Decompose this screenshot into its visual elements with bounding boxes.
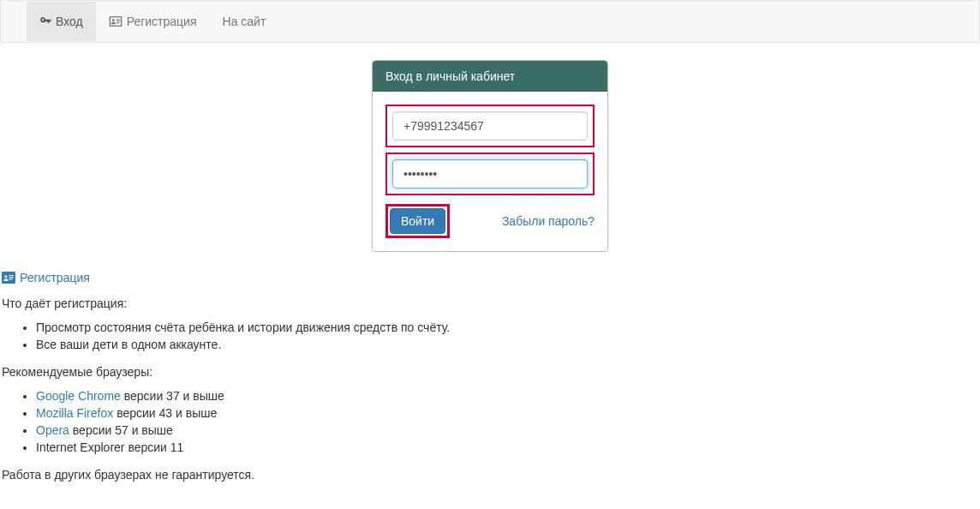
password-highlight	[385, 153, 595, 195]
panel-title: Вход в личный кабинет	[373, 61, 607, 92]
id-card-icon	[109, 15, 122, 27]
nav-login-label: Вход	[56, 15, 83, 28]
svg-rect-4	[116, 21, 120, 21]
list-item: Все ваши дети в одном аккаунте.	[36, 336, 978, 353]
browser-suffix: Internet Explorer версии 11	[36, 440, 183, 454]
navbar: Вход Регистрация На сайт	[0, 0, 980, 43]
benefits-list: Просмотр состояния счёта ребёнка и истор…	[2, 319, 978, 353]
nav-register-label: Регистрация	[127, 15, 197, 28]
browser-suffix: версии 37 и выше	[121, 389, 224, 403]
forgot-password-link[interactable]: Забыли пароль?	[502, 214, 595, 228]
list-item: Просмотр состояния счёта ребёнка и истор…	[36, 319, 978, 336]
svg-rect-10	[9, 278, 13, 279]
browsers-list: Google Chrome версии 37 и выше Mozilla F…	[2, 387, 978, 456]
browsers-title: Рекомендуемые браузеры:	[2, 365, 978, 379]
browser-link[interactable]: Google Chrome	[36, 389, 121, 403]
submit-highlight: Войти	[385, 204, 450, 238]
phone-input[interactable]	[392, 111, 588, 141]
list-item: Internet Explorer версии 11	[36, 439, 978, 456]
svg-rect-5	[116, 22, 118, 23]
svg-rect-3	[116, 19, 120, 20]
register-link[interactable]: Регистрация	[2, 271, 90, 284]
svg-rect-8	[9, 275, 14, 276]
login-panel: Вход в личный кабинет Войти Забыли парол…	[372, 60, 608, 252]
id-card-icon	[2, 272, 15, 284]
benefits-title: Что даёт регистрация:	[2, 296, 978, 310]
svg-rect-9	[9, 277, 14, 278]
nav-login[interactable]: Вход	[27, 2, 96, 41]
disclaimer: Работа в других браузерах не гарантирует…	[2, 468, 978, 482]
submit-button[interactable]: Войти	[390, 208, 445, 234]
phone-highlight	[385, 105, 595, 147]
svg-point-7	[4, 275, 7, 278]
browser-link[interactable]: Mozilla Firefox	[36, 406, 113, 420]
key-icon	[39, 15, 51, 27]
browser-suffix: версии 57 и выше	[69, 423, 173, 437]
list-item: Mozilla Firefox версии 43 и выше	[36, 404, 978, 422]
list-item: Opera версии 57 и выше	[36, 422, 978, 439]
password-input[interactable]	[392, 159, 588, 189]
register-link-label: Регистрация	[20, 271, 90, 284]
svg-point-2	[112, 19, 115, 21]
nav-register[interactable]: Регистрация	[96, 2, 210, 41]
nav-site-label: На сайт	[223, 15, 266, 28]
browser-link[interactable]: Opera	[36, 423, 69, 437]
list-item: Google Chrome версии 37 и выше	[36, 387, 978, 404]
browser-suffix: версии 43 и выше	[113, 406, 217, 420]
nav-site[interactable]: На сайт	[210, 2, 279, 41]
